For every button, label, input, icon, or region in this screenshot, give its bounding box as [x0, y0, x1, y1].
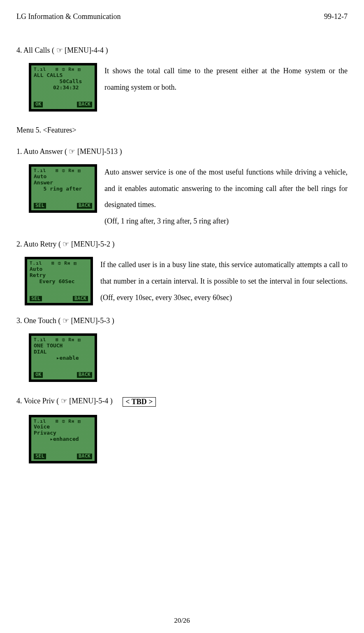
lcd-voice-priv: T.ıl ⊠ ⎅ Rн ▥ Voice Privacy ▸enhanced SE… — [29, 415, 97, 463]
lcd-softkeys: SEL BACK — [34, 203, 92, 209]
header-left: LG Information & Communication — [16, 12, 121, 21]
softkey-ok: OK — [34, 102, 43, 107]
page-footer: 20/26 — [0, 617, 364, 625]
lcd-all-calls: T.ıl ⊠ ⎅ Rн ▥ ALL CALLS 50Calls 02:34:32… — [29, 63, 97, 112]
desc-auto-retry: If the called user is in a busy line sta… — [100, 257, 348, 306]
desc-auto-answer: Auto answer service is one of the most u… — [104, 164, 348, 229]
lcd-softkeys: OK BACK — [34, 102, 92, 107]
lcd-body: Auto Answer 5 ring after — [34, 174, 92, 203]
lcd-softkeys: OK BACK — [34, 372, 92, 378]
softkey-back: BACK — [73, 296, 88, 302]
section-one-touch-title: 3. One Touch ( ☞ [MENU]-5-3 ) — [16, 316, 348, 325]
lcd-softkeys: SEL BACK — [30, 296, 88, 302]
softkey-ok: OK — [34, 372, 43, 378]
softkey-back: BACK — [77, 102, 92, 107]
section-all-calls-row: T.ıl ⊠ ⎅ Rн ▥ ALL CALLS 50Calls 02:34:32… — [16, 63, 348, 112]
page: LG Information & Communication 99-12-7 4… — [0, 0, 364, 633]
header-right: 99-12-7 — [324, 12, 348, 21]
softkey-sel: SEL — [34, 203, 46, 209]
lcd-body: ONE TOUCH DIAL ▸enable — [34, 343, 92, 372]
lcd-auto-answer: T.ıl ⊠ ⎅ Rн ▥ Auto Answer 5 ring after S… — [29, 164, 97, 213]
section-auto-retry-title: 2. Auto Retry ( ☞ [MENU]-5-2 ) — [16, 240, 348, 249]
section-voice-priv-title: 4. Voice Priv ( ☞ [MENU]-5-4 ) < TBD > — [16, 396, 348, 406]
menu5-heading: Menu 5. <Features> — [16, 126, 348, 135]
lcd-auto-retry: T.ıl ⊠ ⎅ Rн ▥ Auto Retry Every 60Sec SEL… — [25, 257, 93, 305]
section-auto-answer-row: T.ıl ⊠ ⎅ Rн ▥ Auto Answer 5 ring after S… — [16, 164, 348, 229]
lcd-body: Auto Retry Every 60Sec — [30, 266, 88, 296]
desc-all-calls: It shows the total call time to the pres… — [104, 63, 348, 95]
softkey-sel: SEL — [34, 454, 46, 459]
page-header: LG Information & Communication 99-12-7 — [16, 12, 348, 21]
softkey-back: BACK — [77, 203, 92, 209]
lcd-body: Voice Privacy ▸enhanced — [34, 424, 92, 454]
softkey-back: BACK — [77, 454, 92, 459]
lcd-body: ALL CALLS 50Calls 02:34:32 — [34, 72, 92, 102]
section-auto-retry-row: T.ıl ⊠ ⎅ Rн ▥ Auto Retry Every 60Sec SEL… — [16, 257, 348, 306]
section-one-touch-row: T.ıl ⊠ ⎅ Rн ▥ ONE TOUCH DIAL ▸enable OK … — [16, 333, 348, 382]
lcd-softkeys: SEL BACK — [34, 454, 92, 459]
softkey-sel: SEL — [30, 296, 42, 302]
section-all-calls-title: 4. All Calls ( ☞ [MENU]-4-4 ) — [16, 46, 348, 55]
lcd-one-touch: T.ıl ⊠ ⎅ Rн ▥ ONE TOUCH DIAL ▸enable OK … — [29, 333, 97, 382]
section-auto-answer-title: 1. Auto Answer ( ☞ [MENU]-513 ) — [16, 147, 348, 156]
tbd-badge: < TBD > — [123, 397, 155, 407]
section-voice-priv-row: T.ıl ⊠ ⎅ Rн ▥ Voice Privacy ▸enhanced SE… — [16, 415, 348, 463]
softkey-back: BACK — [77, 372, 92, 378]
